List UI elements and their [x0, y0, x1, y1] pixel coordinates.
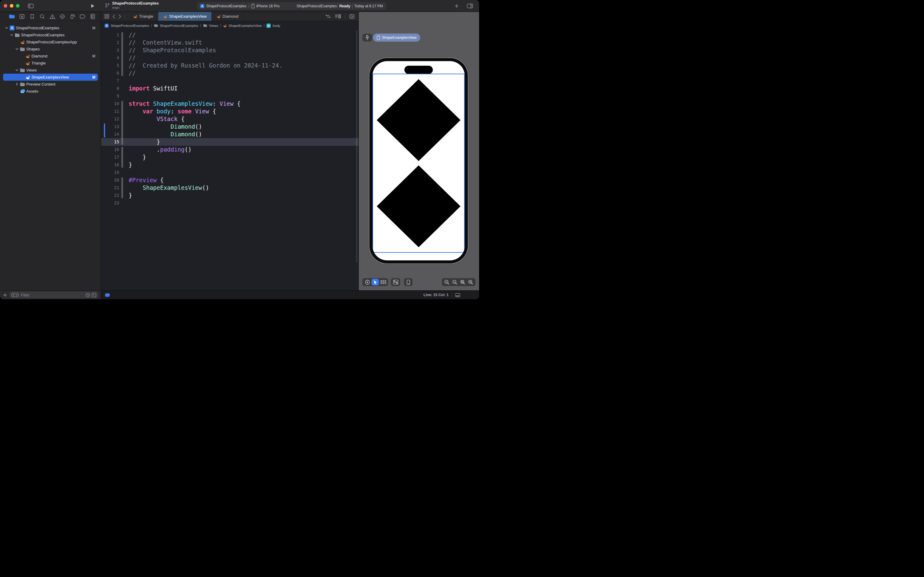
- navigator-tab-debug[interactable]: [69, 13, 76, 19]
- breadcrumb-item[interactable]: body: [272, 24, 280, 27]
- code-line-21[interactable]: 21 ShapeExamplesView(): [101, 184, 358, 192]
- source-editor[interactable]: 1//2// ContentView.swift3// ShapeProtoco…: [101, 30, 358, 290]
- editor-controls: [322, 12, 358, 21]
- tree-row-shapeexamplesview[interactable]: ShapeExamplesViewM: [3, 74, 98, 81]
- close-window-button[interactable]: [4, 4, 7, 8]
- run-button[interactable]: [91, 4, 95, 8]
- live-preview-button[interactable]: [363, 278, 371, 286]
- navigator-tab-bookmarks[interactable]: [29, 13, 35, 19]
- preview-selection-outline[interactable]: [372, 74, 465, 253]
- diamond-shape-1[interactable]: [377, 79, 460, 161]
- code-line-5[interactable]: 5// Created by Russell Gordon on 2024-11…: [101, 62, 358, 69]
- code-line-8[interactable]: 8import SwiftUI: [101, 85, 358, 92]
- tab-shapeexamplesview[interactable]: ShapeExamplesView: [158, 12, 212, 21]
- code-line-1[interactable]: 1//: [101, 31, 358, 39]
- disclosure-open-icon[interactable]: [14, 68, 19, 72]
- navigator-tab-source-control[interactable]: [19, 13, 25, 19]
- code-line-20[interactable]: 20#Preview {: [101, 176, 358, 184]
- scheme-name[interactable]: ShapeProtocolExamples: [206, 4, 246, 8]
- zoom-window-button[interactable]: [16, 4, 19, 8]
- tree-row-assets[interactable]: Assets: [3, 88, 98, 95]
- zoom-in-button[interactable]: [467, 278, 475, 286]
- swift-icon: [163, 15, 167, 18]
- zoom-out-button[interactable]: [443, 278, 451, 286]
- disclosure-closed-icon[interactable]: [14, 82, 19, 86]
- navigator-tab-tests[interactable]: [59, 13, 65, 19]
- toggle-inspector-icon[interactable]: [467, 4, 473, 8]
- bottom-bar-toggle-icon[interactable]: [455, 293, 460, 297]
- related-items-icon[interactable]: [105, 14, 109, 19]
- add-button[interactable]: [454, 4, 459, 8]
- breadcrumb-item[interactable]: ShapeProtocolExamples: [111, 24, 149, 27]
- go-back-icon[interactable]: [113, 15, 115, 19]
- code-line-7[interactable]: 7: [101, 77, 358, 85]
- code-line-15[interactable]: 15 }: [101, 138, 358, 146]
- filter-field[interactable]: [10, 292, 98, 298]
- code-line-13[interactable]: 13 Diamond(): [101, 123, 358, 131]
- token: {: [177, 116, 185, 122]
- tree-row-shapeprotocolexamplesapp[interactable]: ShapeProtocolExamplesApp: [3, 39, 98, 45]
- preview-screen[interactable]: [372, 61, 465, 260]
- tab-triangle[interactable]: Triangle: [128, 12, 158, 21]
- code-line-3[interactable]: 3// ShapeProtocolExamples: [101, 47, 358, 54]
- code-line-2[interactable]: 2// ContentView.swift: [101, 39, 358, 47]
- disclosure-open-icon[interactable]: [14, 47, 19, 51]
- zoom-100-icon: 1: [452, 280, 457, 285]
- code-line-22[interactable]: 22}: [101, 192, 358, 199]
- tree-row-diamond[interactable]: DiamondM: [3, 53, 98, 60]
- zoom-100-button[interactable]: 1: [451, 278, 459, 286]
- source-control-status-icon[interactable]: [92, 293, 96, 297]
- recent-files-icon[interactable]: [85, 293, 90, 297]
- code-review-icon[interactable]: [325, 15, 331, 18]
- breadcrumb-item[interactable]: ShapeProtocolExamples: [160, 24, 198, 27]
- pin-preview-button[interactable]: [362, 34, 372, 42]
- add-file-button[interactable]: [3, 293, 7, 297]
- code-line-11[interactable]: 11 var body: some View {: [101, 108, 358, 115]
- add-editor-icon[interactable]: [349, 15, 354, 19]
- disclosure-open-icon[interactable]: [10, 33, 14, 37]
- tree-row-shapes[interactable]: Shapes: [3, 45, 98, 53]
- code-line-12[interactable]: 12 VStack {: [101, 115, 358, 123]
- minimize-window-button[interactable]: [10, 4, 13, 8]
- device-bezels-button[interactable]: [404, 278, 412, 286]
- code-line-16[interactable]: 16 .padding(): [101, 146, 358, 153]
- code-line-18[interactable]: 18}: [101, 161, 358, 169]
- run-destination[interactable]: iPhone 16 Pro: [256, 4, 280, 8]
- selectable-mode-button[interactable]: [372, 279, 379, 285]
- code-line-6[interactable]: 6//: [101, 69, 358, 77]
- navigator-tab-breakpoints[interactable]: [79, 13, 85, 19]
- editor-scrollbar[interactable]: [356, 30, 357, 263]
- tree-row-shapeprotocolexamples[interactable]: ShapeProtocolExamplesM: [3, 24, 98, 31]
- filter-input[interactable]: [20, 292, 84, 298]
- editor-mode-indicator[interactable]: [105, 293, 110, 297]
- navigator-tab-find[interactable]: [39, 13, 45, 19]
- tree-row-preview-content[interactable]: Preview Content: [3, 81, 98, 88]
- preview-selector-pill[interactable]: ShapeExamplesView: [373, 34, 420, 42]
- toggle-navigator-icon[interactable]: [28, 4, 34, 8]
- navigator-tab-reports[interactable]: [90, 13, 96, 19]
- editor-options-icon[interactable]: [335, 14, 341, 19]
- device-settings-button[interactable]: [391, 278, 400, 286]
- navigator-tab-project[interactable]: [9, 13, 15, 19]
- disclosure-open-icon[interactable]: [4, 26, 9, 30]
- code-line-9[interactable]: 9: [101, 92, 358, 100]
- line-col-indicator[interactable]: Line: 15 Col: 1: [423, 293, 449, 297]
- diamond-shape-2[interactable]: [377, 165, 460, 247]
- code-line-10[interactable]: 10struct ShapeExamplesView: View {: [101, 100, 358, 108]
- code-line-19[interactable]: 19: [101, 169, 358, 176]
- code-line-14[interactable]: 14 Diamond(): [101, 131, 358, 138]
- tree-row-views[interactable]: Views: [3, 67, 98, 74]
- tree-row-shapeprotocolexamples[interactable]: ShapeProtocolExamples: [3, 31, 98, 39]
- code-line-23[interactable]: 23: [101, 199, 358, 207]
- code-line-4[interactable]: 4//: [101, 54, 358, 62]
- breadcrumb-item[interactable]: Views: [209, 24, 218, 27]
- code-line-17[interactable]: 17 }: [101, 153, 358, 161]
- tab-diamond[interactable]: Diamond: [212, 12, 243, 21]
- navigator-tab-issues[interactable]: [49, 13, 55, 19]
- tree-row-triangle[interactable]: Triangle: [3, 60, 98, 67]
- zoom-fit-button[interactable]: [459, 278, 467, 286]
- activity-view[interactable]: ShapeProtocolExamples ⟩ iPhone 16 Pro Sh…: [197, 2, 386, 10]
- variants-button[interactable]: [379, 278, 387, 286]
- go-forward-icon[interactable]: [119, 15, 121, 19]
- breadcrumb-item[interactable]: ShapeExamplesView: [229, 24, 262, 27]
